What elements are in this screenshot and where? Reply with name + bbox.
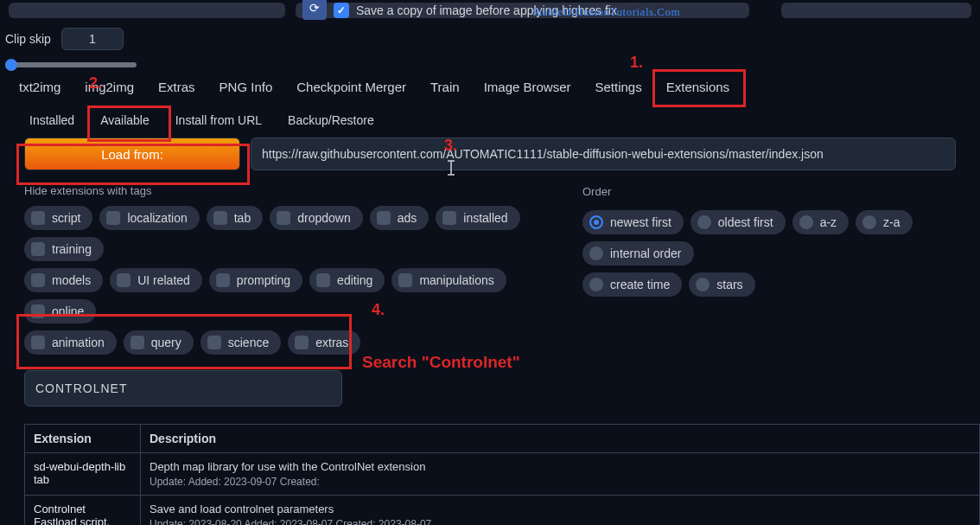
results-table: Extension Description sd-webui-depth-lib… <box>24 424 980 525</box>
tag-ui-related[interactable]: UI related <box>110 268 202 292</box>
tag-extras[interactable]: extras <box>288 330 360 355</box>
tag-dropdown[interactable]: dropdown <box>270 206 363 230</box>
tab-pnginfo[interactable]: PNG Info <box>220 80 273 94</box>
url-input[interactable] <box>251 138 956 170</box>
right-box <box>781 3 971 18</box>
tab-img2img[interactable]: img2img <box>85 80 134 94</box>
tag-tab[interactable]: tab <box>207 206 263 230</box>
tag-editing[interactable]: editing <box>309 268 385 292</box>
clip-skip-input[interactable] <box>61 28 124 50</box>
tag-installed[interactable]: installed <box>436 206 519 230</box>
tag-models[interactable]: models <box>24 268 103 292</box>
tag-query[interactable]: query <box>124 330 194 355</box>
order-create-time[interactable]: create time <box>582 272 682 297</box>
tag-science[interactable]: science <box>200 330 281 355</box>
tag-script[interactable]: script <box>24 206 92 230</box>
save-copy-checkbox[interactable] <box>334 3 349 18</box>
slider-thumb[interactable] <box>5 59 17 71</box>
load-from-button[interactable]: Load from: <box>24 138 240 170</box>
subtab-backup[interactable]: Backup/Restore <box>288 113 374 127</box>
tab-settings[interactable]: Settings <box>595 80 642 94</box>
watermark: StableDiffusionTutorials.Com <box>532 5 680 19</box>
tab-extras[interactable]: Extras <box>158 80 195 94</box>
order-label: Order <box>582 185 956 198</box>
table-row[interactable]: Controlnet Fastload script, manipulation… <box>25 496 980 526</box>
model-selector[interactable] <box>9 3 285 18</box>
col-extension: Extension <box>25 425 141 453</box>
hide-tags-label: Hide extensions with tags <box>24 184 151 197</box>
order-az[interactable]: a-z <box>792 210 849 234</box>
tag-online[interactable]: online <box>24 299 96 323</box>
subtab-installed[interactable]: Installed <box>29 113 74 127</box>
tab-checkpoint-merger[interactable]: Checkpoint Merger <box>296 80 406 94</box>
order-newest[interactable]: newest first <box>582 210 684 234</box>
tab-train[interactable]: Train <box>430 80 460 94</box>
vae-bar: ⟳ Save a copy of image before applying h… <box>296 3 749 18</box>
refresh-icon[interactable]: ⟳ <box>302 0 327 20</box>
col-description: Description <box>141 425 980 453</box>
search-input[interactable] <box>24 370 342 407</box>
tag-localization[interactable]: localization <box>99 206 199 230</box>
subtab-install-url[interactable]: Install from URL <box>175 113 262 127</box>
subtab-available[interactable]: Available <box>100 113 150 127</box>
table-row[interactable]: sd-webui-depth-lib tab Depth map library… <box>25 453 980 496</box>
tag-ads[interactable]: ads <box>370 206 430 230</box>
tag-animation[interactable]: animation <box>24 330 117 355</box>
main-tabs: txt2img img2img Extras PNG Info Checkpoi… <box>0 67 980 105</box>
tab-extensions[interactable]: Extensions <box>666 80 729 94</box>
order-internal[interactable]: internal order <box>582 241 694 266</box>
clip-skip-slider[interactable] <box>5 62 137 67</box>
tag-training[interactable]: training <box>24 237 104 261</box>
tab-image-browser[interactable]: Image Browser <box>484 80 571 94</box>
order-oldest[interactable]: oldest first <box>690 210 786 234</box>
tag-prompting[interactable]: prompting <box>209 268 302 292</box>
clip-skip-label: Clip skip <box>5 32 51 46</box>
tag-manipulations[interactable]: manipulations <box>391 268 506 292</box>
order-stars[interactable]: stars <box>689 272 754 297</box>
sub-tabs: Installed Available Install from URL Bac… <box>0 105 980 138</box>
tab-txt2img[interactable]: txt2img <box>19 80 60 94</box>
order-za[interactable]: z-a <box>856 210 912 234</box>
